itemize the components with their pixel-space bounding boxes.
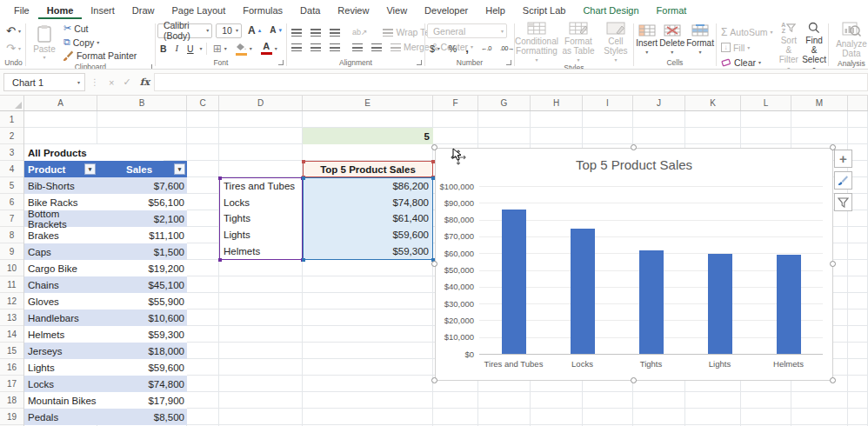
sales-cell[interactable]: $59,300 xyxy=(97,326,187,343)
row-header-10[interactable]: 10 xyxy=(0,260,23,276)
row-header-7[interactable]: 7 xyxy=(0,210,23,227)
ribbon-tab-format[interactable]: Format xyxy=(648,2,696,19)
sales-cell[interactable]: $56,100 xyxy=(97,194,187,210)
font-size-select[interactable]: 10▾ xyxy=(216,23,242,38)
number-format-select[interactable]: General▾ xyxy=(427,23,507,38)
top5-values-range[interactable]: $86,200$74,800$61,400$59,600$59,300 xyxy=(303,177,433,260)
top5-product-cell[interactable]: Locks xyxy=(220,195,302,211)
product-cell[interactable]: Mountain Bikes xyxy=(24,392,97,409)
sales-cell[interactable]: $7,600 xyxy=(97,177,187,194)
redo-button[interactable]: ↷▾ xyxy=(3,41,23,56)
cell-styles-button[interactable]: Cell Styles▾ xyxy=(600,22,631,63)
name-box[interactable]: Chart 1▾ xyxy=(3,73,85,91)
fill-button[interactable]: ↓Fill▾ xyxy=(718,42,776,54)
chart-selection-handle[interactable] xyxy=(830,377,836,383)
product-cell[interactable]: Caps xyxy=(24,243,97,260)
enter-icon[interactable]: ✓ xyxy=(118,77,135,88)
row-header-17[interactable]: 17 xyxy=(0,376,23,392)
top5-product-cell[interactable]: Helmets xyxy=(220,243,302,259)
row-header-12[interactable]: 12 xyxy=(0,293,23,310)
paste-button[interactable]: Paste ▾ xyxy=(28,24,61,60)
bar-lights[interactable] xyxy=(708,254,732,354)
chart-selection-handle[interactable] xyxy=(431,144,437,150)
align-top-button[interactable] xyxy=(289,28,304,37)
chart-object[interactable]: Top 5 Product Sales $100,000$90,000$80,0… xyxy=(435,148,833,381)
formula-input[interactable] xyxy=(154,73,868,91)
chart-filters-button[interactable] xyxy=(834,193,852,211)
clear-button[interactable]: Clear▾ xyxy=(718,57,776,69)
bar-tires-and-tubes[interactable] xyxy=(502,210,526,354)
ribbon-tab-chart-design[interactable]: Chart Design xyxy=(574,2,647,19)
chart-selection-handle[interactable] xyxy=(631,144,637,150)
column-header-g[interactable]: G xyxy=(478,96,531,110)
product-cell[interactable]: Locks xyxy=(24,376,97,392)
autosum-button[interactable]: ΣAutoSum▾ xyxy=(718,25,776,39)
accounting-format-button[interactable]: $▾ xyxy=(427,43,443,55)
product-column-header[interactable]: Product▾ xyxy=(24,161,97,177)
bar-locks[interactable] xyxy=(571,229,595,354)
top5-sales-cell[interactable]: $59,600 xyxy=(304,227,432,243)
copy-button[interactable]: ⧉Copy▾ xyxy=(61,36,102,49)
align-middle-button[interactable] xyxy=(308,28,324,37)
top5-product-cell[interactable]: Tights xyxy=(220,210,302,227)
align-bottom-button[interactable] xyxy=(327,28,343,37)
dialog-launcher-icon[interactable] xyxy=(506,60,511,65)
row-header-3[interactable]: 3 xyxy=(0,144,23,161)
row-header-18[interactable]: 18 xyxy=(0,392,23,409)
sales-cell[interactable]: $45,100 xyxy=(97,276,187,293)
format-cells-button[interactable]: Format▾ xyxy=(686,24,714,55)
conditional-formatting-button[interactable]: Conditional Formatting▾ xyxy=(517,22,557,63)
top5-product-cell[interactable]: Lights xyxy=(220,227,302,243)
underline-button[interactable]: U xyxy=(184,43,197,55)
column-header-k[interactable]: K xyxy=(685,96,741,110)
product-cell[interactable]: Bib-Shorts xyxy=(24,177,97,194)
column-header-e[interactable]: E xyxy=(303,96,433,110)
dialog-launcher-icon[interactable] xyxy=(278,60,284,65)
sales-cell[interactable]: $17,900 xyxy=(97,392,187,409)
insert-function-icon[interactable]: fx xyxy=(136,77,154,88)
cancel-icon[interactable]: × xyxy=(104,77,118,88)
sales-cell[interactable]: $55,900 xyxy=(97,293,187,310)
ribbon-tab-help[interactable]: Help xyxy=(477,2,514,19)
product-cell[interactable]: Handlebars xyxy=(24,310,97,326)
row-header-9[interactable]: 9 xyxy=(0,243,23,260)
cells-grid[interactable]: All Products Product▾Sales▾Bib-Shorts$7,… xyxy=(24,111,868,426)
row-header-14[interactable]: 14 xyxy=(0,326,23,343)
chart-selection-handle[interactable] xyxy=(830,144,836,150)
fill-color-button[interactable]: ▾ xyxy=(233,41,255,57)
increase-indent-button[interactable] xyxy=(369,43,384,52)
chart-selection-handle[interactable] xyxy=(431,261,437,267)
ribbon-tab-view[interactable]: View xyxy=(377,2,416,19)
top5-title-cell[interactable]: Top 5 Product Sales xyxy=(303,161,433,177)
dialog-launcher-icon[interactable] xyxy=(417,60,422,65)
sales-cell[interactable]: $2,100 xyxy=(97,210,187,227)
chevron-down-icon[interactable]: ▾ xyxy=(200,46,203,51)
ribbon-tab-script-lab[interactable]: Script Lab xyxy=(514,2,575,19)
ribbon-tab-home[interactable]: Home xyxy=(38,2,83,19)
row-header-1[interactable]: 1 xyxy=(0,111,23,128)
bold-button[interactable]: B xyxy=(157,43,170,55)
row-header-16[interactable]: 16 xyxy=(0,359,23,376)
column-header-m[interactable]: M xyxy=(791,96,848,110)
cut-button[interactable]: ✂Cut xyxy=(61,22,91,35)
top5-sales-cell[interactable]: $86,200 xyxy=(304,178,432,195)
borders-button[interactable]: ⊞▾ xyxy=(210,42,230,56)
align-right-button[interactable] xyxy=(327,43,343,52)
find-select-button[interactable]: Find & Select▾ xyxy=(802,22,826,70)
row-header-15[interactable]: 15 xyxy=(0,343,23,359)
sales-column-header[interactable]: Sales▾ xyxy=(97,161,187,177)
bar-helmets[interactable] xyxy=(777,255,801,354)
top5-sales-cell[interactable]: $59,300 xyxy=(304,243,432,259)
sales-cell[interactable]: $18,000 xyxy=(97,343,187,359)
increase-font-size-button[interactable]: A▴ xyxy=(245,24,264,37)
filter-dropdown-icon[interactable]: ▾ xyxy=(84,163,96,175)
row-header-5[interactable]: 5 xyxy=(0,177,23,194)
chart-elements-button[interactable]: + xyxy=(834,150,852,168)
row-header-6[interactable]: 6 xyxy=(0,194,23,210)
ribbon-tab-review[interactable]: Review xyxy=(329,2,377,19)
percent-style-button[interactable]: % xyxy=(446,43,459,55)
italic-button[interactable]: I xyxy=(173,43,182,54)
ribbon-tab-formulas[interactable]: Formulas xyxy=(234,2,291,19)
product-cell[interactable]: Cargo Bike xyxy=(24,260,97,276)
undo-button[interactable]: ↶▾ xyxy=(3,23,23,38)
